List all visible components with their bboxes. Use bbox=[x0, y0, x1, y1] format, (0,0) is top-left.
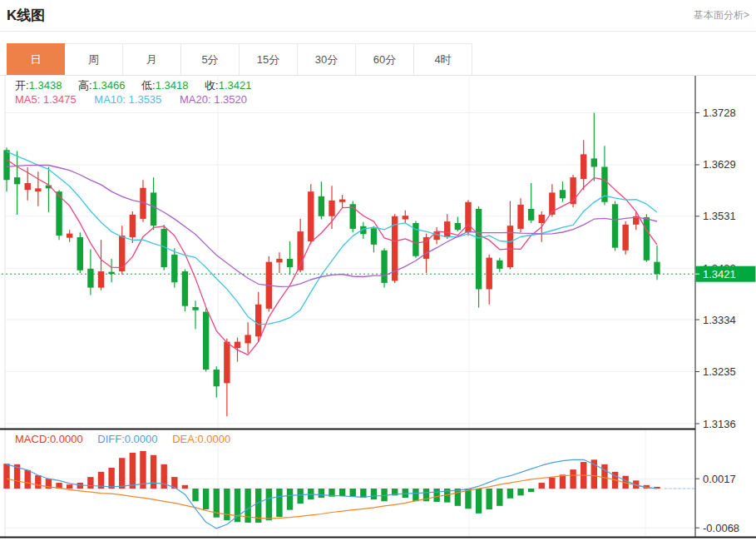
macd-bar bbox=[25, 470, 31, 489]
candle-body bbox=[497, 261, 502, 269]
candle-body bbox=[67, 234, 72, 238]
candle-body bbox=[654, 262, 660, 275]
macd-bar bbox=[360, 489, 366, 498]
candle-body bbox=[130, 215, 136, 237]
macd-bar bbox=[224, 489, 230, 520]
current-price-tag: 1.3421 bbox=[695, 266, 756, 282]
tab-month[interactable]: 月 bbox=[123, 43, 181, 75]
candle-body bbox=[319, 196, 324, 216]
candle-body bbox=[476, 209, 482, 290]
y-axis-label: 1.3531 bbox=[703, 210, 736, 222]
y-axis-label: 1.3629 bbox=[703, 158, 736, 171]
ma-readout: MA5: 1.3475 MA10: 1.3535 MA20: 1.3520 bbox=[15, 93, 247, 106]
close-label: 收: bbox=[205, 79, 219, 92]
macd-bar bbox=[517, 489, 523, 495]
candle-body bbox=[528, 209, 534, 221]
bottom-border bbox=[0, 537, 756, 539]
candle-body bbox=[622, 225, 628, 251]
macd-bar bbox=[486, 489, 492, 509]
candle-body bbox=[245, 335, 250, 343]
macd-bar bbox=[413, 489, 418, 501]
low-value: 1.3418 bbox=[156, 79, 189, 92]
kline-page: K线图 基本面分析> 日 周 月 5分 15分 30分 60分 4时 开:1.3… bbox=[0, 0, 756, 541]
macd-bar bbox=[87, 477, 93, 489]
candle-body bbox=[644, 217, 650, 261]
open-value: 1.3438 bbox=[29, 79, 62, 92]
y-axis-label: -0.0068 bbox=[703, 522, 739, 534]
candle-body bbox=[203, 312, 209, 370]
candle-body bbox=[14, 177, 20, 184]
tab-30min[interactable]: 30分 bbox=[298, 43, 356, 75]
fundamental-analysis-link[interactable]: 基本面分析> bbox=[694, 8, 749, 22]
candle-body bbox=[371, 228, 377, 245]
macd-readout: MACD:0.0000 DIFF:0.0000 DEA:0.0000 bbox=[15, 433, 230, 445]
candle-body bbox=[87, 269, 93, 288]
macd-bar bbox=[570, 469, 576, 489]
candle-body bbox=[560, 190, 566, 198]
tab-4hour[interactable]: 4时 bbox=[414, 43, 472, 75]
macd-bar bbox=[549, 478, 555, 489]
candle-body bbox=[98, 271, 104, 288]
candle-body bbox=[77, 237, 83, 270]
macd-bar bbox=[276, 489, 282, 517]
candle-body bbox=[108, 272, 114, 275]
macd-bar bbox=[182, 485, 188, 489]
diff-label: DIFF: bbox=[97, 433, 125, 445]
macd-bar bbox=[371, 489, 377, 499]
y-axis-labels: 1.37281.36291.35311.34321.33341.32351.31… bbox=[695, 107, 739, 534]
candle-body bbox=[581, 154, 586, 179]
macd-bar bbox=[108, 468, 114, 489]
macd-bar bbox=[140, 451, 146, 489]
macd-bar bbox=[35, 475, 41, 489]
macd-bar bbox=[235, 489, 240, 522]
diff-value: 0.0000 bbox=[125, 433, 158, 445]
candle-body bbox=[287, 259, 293, 267]
ma10-line bbox=[7, 151, 657, 325]
candle-body bbox=[224, 342, 230, 384]
macd-bar bbox=[497, 489, 502, 506]
y-axis-label: 1.3136 bbox=[703, 418, 736, 430]
macd-bar bbox=[319, 489, 324, 498]
high-label: 高: bbox=[78, 79, 92, 92]
macd-bar bbox=[465, 489, 471, 509]
macd-bar bbox=[203, 489, 209, 509]
low-label: 低: bbox=[141, 79, 156, 92]
candle-body bbox=[444, 221, 450, 237]
period-tabs: 日 周 月 5分 15分 30分 60分 4时 bbox=[7, 43, 472, 75]
candle-body bbox=[235, 342, 240, 349]
macd-bar bbox=[433, 489, 439, 502]
dea-label: DEA: bbox=[172, 433, 197, 445]
macd-bar bbox=[507, 489, 513, 499]
candles bbox=[3, 113, 660, 417]
candle-body bbox=[329, 201, 334, 216]
candle-body bbox=[507, 226, 513, 267]
y-axis-label: 1.3334 bbox=[703, 314, 736, 326]
page-title: K线图 bbox=[7, 6, 45, 25]
ma20-value: 1.3520 bbox=[214, 93, 247, 106]
candle-body bbox=[35, 188, 41, 191]
macd-bar bbox=[455, 489, 461, 506]
candle-body bbox=[25, 183, 31, 190]
macd-bar bbox=[560, 474, 566, 489]
tab-5min[interactable]: 5分 bbox=[181, 43, 240, 75]
candle-body bbox=[339, 200, 345, 202]
panel-divider bbox=[0, 429, 695, 430]
tab-day[interactable]: 日 bbox=[7, 43, 65, 75]
macd-bar bbox=[476, 489, 482, 514]
macd-bar bbox=[601, 464, 607, 489]
tab-15min[interactable]: 15分 bbox=[240, 43, 298, 75]
candle-body bbox=[403, 216, 408, 219]
macd-bar bbox=[297, 489, 303, 504]
candle-body bbox=[486, 258, 492, 290]
kline-chart: 1.37281.36291.35311.34321.33341.32351.31… bbox=[0, 76, 756, 541]
y-axis-label: 0.0017 bbox=[703, 473, 736, 485]
candle-body bbox=[517, 205, 523, 229]
ma10-value: 1.3535 bbox=[129, 93, 162, 106]
candle-body bbox=[308, 191, 314, 241]
close-value: 1.3421 bbox=[219, 79, 252, 92]
candle-body bbox=[3, 150, 9, 180]
tab-week[interactable]: 周 bbox=[65, 43, 123, 75]
macd-bar bbox=[192, 489, 198, 501]
tab-60min[interactable]: 60分 bbox=[356, 43, 414, 75]
macd-bar bbox=[539, 483, 545, 489]
